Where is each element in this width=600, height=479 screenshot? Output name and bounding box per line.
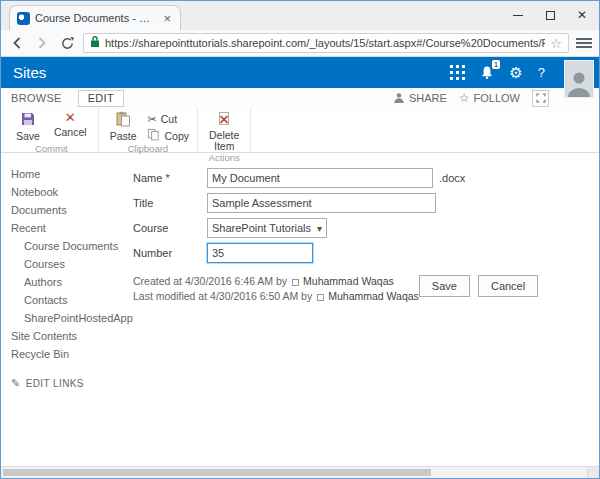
sidebar-item-contacts[interactable]: Contacts	[11, 291, 133, 309]
back-icon[interactable]	[8, 34, 26, 52]
form-footer: Created at 4/30/2016 6:46 AM byMuhammad …	[133, 274, 441, 304]
share-button[interactable]: SHARE	[393, 92, 447, 104]
paste-button-label: Paste	[110, 130, 137, 142]
tab-title: Course Documents - Doc	[35, 12, 156, 24]
number-field-label: Number	[133, 247, 207, 259]
course-selected-value: SharePoint Tutorials	[212, 222, 313, 234]
refresh-icon[interactable]	[58, 34, 76, 52]
delete-item-label-line1: Delete	[209, 130, 239, 140]
sidebar-item-sharepointhostedapp[interactable]: SharePointHostedApp	[11, 309, 133, 327]
sidebar-item-course-documents[interactable]: Course Documents	[11, 237, 133, 255]
form-buttons: Save Cancel	[419, 274, 538, 304]
sidebar-item-authors[interactable]: Authors	[11, 273, 133, 291]
browser-window: Course Documents - Doc × ✕ https://share…	[0, 0, 600, 479]
ribbon-right-actions: SHARE ☆ FOLLOW	[393, 90, 549, 107]
paste-button[interactable]: Paste	[107, 110, 140, 143]
meta-lines: Created at 4/30/2016 6:46 AM byMuhammad …	[133, 274, 419, 304]
suite-icons: 1 ⚙ ?	[450, 65, 545, 80]
address-bar[interactable]: https://sharepointtutorials.sharepoint.c…	[83, 33, 569, 53]
number-input[interactable]	[207, 243, 313, 263]
minimize-icon[interactable]	[502, 2, 534, 28]
sidebar-item-recycle-bin[interactable]: Recycle Bin	[11, 345, 133, 363]
title-input[interactable]	[207, 193, 436, 213]
sidebar-item-notebook[interactable]: Notebook	[11, 183, 133, 201]
forward-icon[interactable]	[33, 34, 51, 52]
form-save-button[interactable]: Save	[419, 275, 470, 297]
follow-star-icon: ☆	[459, 92, 470, 104]
sidebar-item-home[interactable]: Home	[11, 165, 133, 183]
title-field-label: Title	[133, 197, 207, 209]
sidebar-item-courses[interactable]: Courses	[11, 255, 133, 273]
focus-on-content-icon[interactable]	[532, 90, 549, 107]
chevron-down-icon: ▾	[317, 223, 322, 234]
save-icon	[20, 111, 36, 129]
lock-icon	[90, 34, 100, 52]
ribbon-tab-row: BROWSE EDIT SHARE ☆ FOLLOW	[1, 88, 599, 108]
tab-close-icon[interactable]: ×	[161, 12, 173, 25]
notification-badge: 1	[492, 60, 500, 69]
bell-icon[interactable]: 1	[480, 65, 494, 80]
browser-tab[interactable]: Course Documents - Doc ×	[9, 5, 181, 30]
modified-line: Last modified at 4/30/2016 6:50 AM byMuh…	[133, 289, 419, 304]
share-person-icon	[393, 92, 405, 104]
quick-launch-sidebar: Home Notebook Documents Recent Course Do…	[1, 153, 133, 466]
avatar[interactable]	[564, 60, 594, 98]
modified-by-name[interactable]: Muhammad Waqas	[328, 290, 419, 302]
app-launcher-icon[interactable]	[450, 65, 465, 80]
ribbon-group-actions: Delete Item Actions	[198, 108, 251, 152]
suite-bar: Sites 1 ⚙ ?	[1, 57, 599, 88]
modified-text: Last modified at 4/30/2016 6:50 AM by	[133, 290, 312, 302]
created-line: Created at 4/30/2016 6:46 AM byMuhammad …	[133, 274, 419, 289]
bookmark-star-icon[interactable]: ☆	[550, 37, 562, 50]
tab-browse[interactable]: BROWSE	[11, 92, 62, 104]
edit-links-pencil-icon: ✎	[11, 377, 21, 390]
course-dropdown[interactable]: SharePoint Tutorials ▾	[207, 218, 327, 238]
window-controls: ✕	[502, 2, 598, 28]
edit-form: Name * .docx Title Course SharePoint Tut…	[133, 153, 599, 466]
menu-icon[interactable]	[576, 38, 592, 48]
name-input[interactable]	[207, 168, 433, 188]
browser-titlebar: Course Documents - Doc × ✕	[1, 1, 599, 30]
share-label: SHARE	[409, 92, 447, 104]
url-text: https://sharepointtutorials.sharepoint.c…	[105, 37, 545, 49]
cut-button-label: Cut	[161, 113, 177, 125]
edit-links-label: EDIT LINKS	[26, 378, 84, 389]
gear-icon[interactable]: ⚙	[509, 65, 522, 80]
copy-button[interactable]: Copy	[147, 128, 189, 143]
close-icon[interactable]: ✕	[566, 2, 598, 28]
presence-icon	[292, 279, 299, 286]
delete-item-label-line2: Item	[214, 141, 234, 151]
delete-item-button[interactable]: Delete Item	[206, 110, 242, 152]
created-text: Created at 4/30/2016 6:46 AM by	[133, 275, 287, 287]
cancel-icon: ✕	[65, 111, 76, 125]
sidebar-item-documents[interactable]: Documents	[11, 201, 133, 219]
created-by-name[interactable]: Muhammad Waqas	[303, 275, 394, 287]
tab-edit[interactable]: EDIT	[78, 90, 124, 107]
horizontal-scrollbar[interactable]	[1, 466, 599, 478]
course-field-label: Course	[133, 222, 207, 234]
ribbon-group-commit: Save ✕ Cancel Commit	[5, 108, 99, 152]
help-icon[interactable]: ?	[538, 65, 545, 80]
page-content: Home Notebook Documents Recent Course Do…	[1, 153, 599, 466]
scrollbar-corner	[587, 467, 599, 478]
maximize-icon[interactable]	[534, 2, 566, 28]
presence-icon	[317, 294, 324, 301]
save-button-label: Save	[16, 130, 40, 142]
name-suffix: .docx	[439, 172, 465, 184]
sharepoint-favicon	[17, 12, 30, 25]
follow-button[interactable]: ☆ FOLLOW	[459, 92, 520, 104]
save-button[interactable]: Save	[13, 110, 43, 143]
cut-button[interactable]: ✂ Cut	[147, 113, 189, 125]
cancel-button-label: Cancel	[54, 126, 87, 138]
sidebar-item-site-contents[interactable]: Site Contents	[11, 327, 133, 345]
sidebar-item-recent[interactable]: Recent	[11, 219, 133, 237]
name-field-label: Name *	[133, 172, 207, 184]
ribbon-group-clipboard: Paste ✂ Cut Copy Clipboard	[99, 108, 198, 152]
edit-links-button[interactable]: ✎ EDIT LINKS	[11, 377, 133, 390]
site-title[interactable]: Sites	[13, 64, 46, 81]
cancel-button[interactable]: ✕ Cancel	[51, 110, 90, 139]
form-cancel-button[interactable]: Cancel	[478, 275, 538, 297]
scrollbar-thumb[interactable]	[3, 469, 431, 476]
browser-toolbar: https://sharepointtutorials.sharepoint.c…	[1, 30, 599, 57]
follow-label: FOLLOW	[474, 92, 520, 104]
